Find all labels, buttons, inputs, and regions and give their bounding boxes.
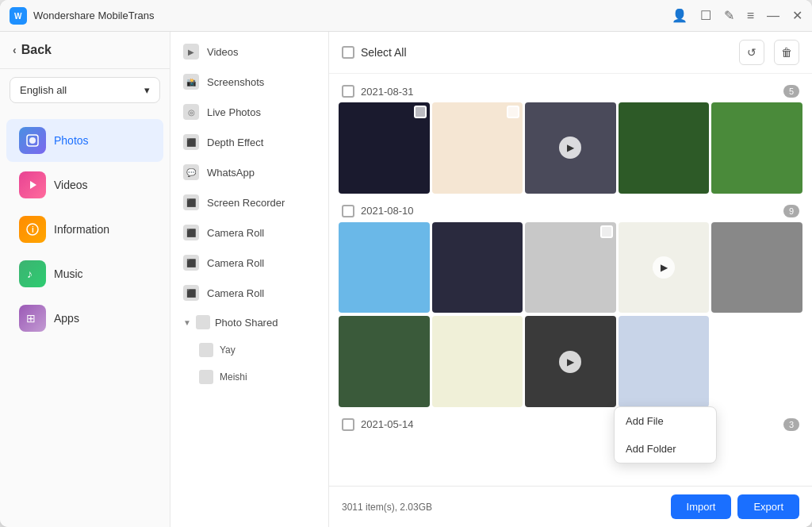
photo-checkbox[interactable] (414, 106, 427, 118)
sidebar-item-photos[interactable]: Photos (6, 119, 163, 162)
date-checkbox-1[interactable] (342, 85, 354, 98)
middle-item-whatsapp[interactable]: 💬 WhatsApp (170, 157, 328, 187)
photo-thumb[interactable] (339, 102, 430, 194)
middle-item-livephotos[interactable]: ◎ Live Photos (170, 97, 328, 127)
middle-item-screenshots[interactable]: 📸 Screenshots (170, 67, 328, 97)
photo-thumb[interactable] (432, 222, 523, 314)
main-content: ‹ Back English all ▾ Photos Vid (0, 32, 812, 527)
whatsapp-icon: 💬 (183, 164, 199, 180)
photo-checkbox[interactable] (507, 106, 519, 118)
photo-thumb[interactable] (619, 316, 710, 407)
sidebar-item-videos[interactable]: Videos (6, 163, 163, 206)
bottom-bar: 3011 item(s), 2.03GB Import Export (329, 486, 812, 527)
middle-item-videos[interactable]: ▶ Videos (170, 37, 328, 67)
sidebar-label-information: Information (54, 223, 109, 236)
date-count-3: 3 (783, 418, 799, 431)
user-icon[interactable]: 👤 (672, 8, 688, 23)
play-icon: ▶ (653, 256, 675, 279)
right-toolbar: Select All ↺ 🗑 (329, 32, 812, 74)
sidebar-label-music: Music (54, 267, 83, 280)
photoshared-icon (196, 315, 210, 329)
date-checkbox-2[interactable] (342, 205, 354, 217)
menu-icon[interactable]: ≡ (747, 9, 754, 23)
photo-thumb[interactable] (711, 102, 802, 194)
select-all-checkbox[interactable] (342, 46, 354, 59)
back-button[interactable]: ‹ Back (0, 32, 170, 69)
yay-icon (199, 343, 213, 357)
play-icon: ▶ (559, 137, 581, 159)
back-label: Back (21, 43, 52, 57)
toolbar-actions: ↺ 🗑 (739, 40, 799, 65)
middle-item-cameraroll2[interactable]: ⬛ Camera Roll (170, 248, 328, 278)
photo-thumb[interactable] (619, 102, 710, 194)
sub-item-yay[interactable]: Yay (170, 337, 328, 364)
date-row-3: 2021-05-14 3 (339, 414, 802, 436)
photo-checkbox[interactable] (600, 225, 613, 238)
minimize-button[interactable]: — (767, 9, 779, 23)
date-section-3: 2021-05-14 3 (339, 414, 802, 436)
information-icon: i (19, 216, 46, 243)
app-title: Wondershare MobileTrans (33, 10, 672, 21)
photo-shared-header[interactable]: ▼ Photo Shared (170, 308, 328, 337)
photo-thumb[interactable]: ▶ (619, 222, 710, 314)
svg-text:⊞: ⊞ (26, 312, 36, 325)
sidebar-items: Photos Videos i Information ♪ (0, 111, 170, 527)
photo-grid-2b: ▶ (339, 316, 802, 407)
edit-icon[interactable]: ✎ (724, 8, 734, 23)
delete-button[interactable]: 🗑 (774, 40, 799, 65)
photo-thumb[interactable]: ▶ (525, 102, 616, 194)
date-row-1: 2021-08-31 5 (339, 80, 802, 102)
window-controls: 👤 ☐ ✎ ≡ — ✕ (672, 8, 802, 23)
photo-grid-container: 2021-08-31 5 ▶ (329, 74, 812, 486)
right-panel-wrapper: Select All ↺ 🗑 2021- (329, 32, 812, 527)
date-label-3: 2021-05-14 (361, 418, 414, 430)
middle-item-screenrecorder[interactable]: ⬛ Screen Recorder (170, 187, 328, 217)
screenrecorder-icon: ⬛ (183, 194, 199, 210)
context-menu-add-folder[interactable]: Add Folder (615, 435, 716, 463)
middle-item-cameraroll1[interactable]: ⬛ Camera Roll (170, 217, 328, 248)
middle-item-deptheffect[interactable]: ⬛ Depth Effect (170, 127, 328, 157)
middle-label-cameraroll2: Camera Roll (207, 257, 264, 269)
photo-thumb[interactable] (711, 222, 802, 314)
sidebar-item-apps[interactable]: ⊞ Apps (6, 297, 163, 340)
apps-icon: ⊞ (19, 305, 46, 332)
date-section-2: 2021-08-10 9 ▶ (339, 200, 802, 407)
photo-thumb[interactable] (339, 316, 430, 407)
middle-item-cameraroll3[interactable]: ⬛ Camera Roll (170, 278, 328, 308)
date-checkbox-3[interactable] (342, 418, 354, 431)
livephotos-icon: ◎ (183, 104, 199, 120)
middle-label-screenrecorder: Screen Recorder (207, 197, 285, 209)
photo-thumb[interactable] (339, 222, 430, 314)
app-logo: W (10, 7, 27, 25)
sub-item-meishi[interactable]: Meishi (170, 364, 328, 390)
photo-grid-2: ▶ (339, 222, 802, 314)
photos-icon (19, 127, 46, 154)
svg-text:W: W (14, 12, 22, 21)
photo-grid-1: ▶ (339, 102, 802, 194)
photo-thumb[interactable]: ▶ (525, 316, 616, 407)
photo-thumb[interactable] (525, 222, 616, 314)
screenshots-icon: 📸 (183, 74, 199, 90)
date-count-1: 5 (783, 85, 799, 98)
middle-panel: ▶ Videos 📸 Screenshots ◎ Live Photos ⬛ D… (170, 32, 329, 527)
sidebar-item-music[interactable]: ♪ Music (6, 252, 163, 295)
sidebar-item-information[interactable]: i Information (6, 208, 163, 251)
date-section-1: 2021-08-31 5 ▶ (339, 80, 802, 194)
undo-button[interactable]: ↺ (739, 40, 764, 65)
import-button[interactable]: Import (671, 494, 732, 519)
videos-folder-icon: ▶ (183, 44, 199, 60)
photo-thumb[interactable] (432, 316, 523, 407)
close-button[interactable]: ✕ (792, 8, 802, 23)
svg-text:♪: ♪ (27, 267, 33, 280)
sidebar-label-apps: Apps (54, 312, 79, 325)
window-icon[interactable]: ☐ (700, 8, 711, 23)
language-dropdown[interactable]: English all ▾ (10, 77, 160, 103)
date-row-left-3: 2021-05-14 (342, 418, 414, 431)
context-menu-add-file[interactable]: Add File (615, 407, 716, 435)
photo-thumb[interactable] (432, 102, 523, 194)
export-button[interactable]: Export (737, 494, 799, 519)
back-arrow-icon: ‹ (13, 44, 17, 56)
middle-label-cameraroll1: Camera Roll (207, 227, 264, 239)
select-all-row: Select All (342, 46, 407, 59)
middle-label-cameraroll3: Camera Roll (207, 287, 264, 299)
